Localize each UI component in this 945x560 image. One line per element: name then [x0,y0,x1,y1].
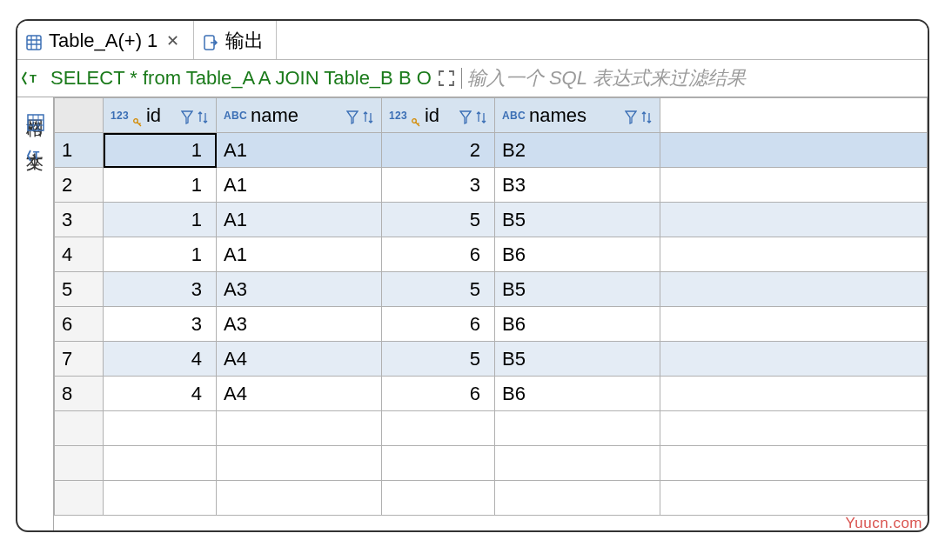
row-number[interactable]: 4 [55,237,104,272]
cell[interactable]: B5 [495,342,660,377]
sidebar-text-tab[interactable]: 文本 [23,137,47,141]
row-number[interactable]: 2 [55,168,104,203]
cell[interactable]: 5 [382,203,495,237]
sort-icon[interactable] [475,108,487,123]
cell[interactable]: 5 [382,272,495,307]
cell[interactable]: B6 [495,307,660,342]
table-row[interactable]: 74A45B5 [55,342,928,377]
view-sidebar: 网格 文本 T [17,97,54,530]
content-area: 网格 文本 T [17,97,928,530]
key-icon [132,110,143,121]
spacer-header [660,98,928,133]
row-number[interactable]: 1 [55,133,104,168]
tab-output[interactable]: 输出 [194,21,277,59]
app-window: Table_A(+) 1 ✕ 输出 T SELECT * from Table_… [16,19,929,532]
cell[interactable]: B6 [495,377,660,411]
cell[interactable]: 1 [104,203,217,237]
table-row[interactable]: 11A12B2 [55,133,928,168]
row-number[interactable]: 7 [55,342,104,377]
tab-label: Table_A(+) 1 [49,30,158,52]
tab-result[interactable]: Table_A(+) 1 ✕ [17,21,194,59]
cell[interactable]: A3 [217,307,382,342]
column-header[interactable]: 123id [382,98,495,133]
divider [461,68,462,89]
svg-text:T: T [30,72,37,85]
cell[interactable]: A1 [217,133,382,168]
table-row[interactable]: 21A13B3 [55,168,928,203]
column-header[interactable]: 123id [104,98,217,133]
column-header[interactable]: ABCname [217,98,382,133]
text-type-icon: ABC [224,110,247,122]
spacer-cell [660,203,928,237]
column-name: names [529,104,621,127]
empty-row [55,481,928,516]
spacer-cell [660,377,928,411]
cell[interactable]: 1 [104,237,217,272]
key-icon [411,110,421,121]
spacer-cell [660,168,928,203]
column-name: id [425,104,456,127]
cell[interactable]: B3 [495,168,660,203]
cell[interactable]: 3 [382,168,495,203]
spacer-cell [660,133,928,168]
filter-icon[interactable] [459,108,472,123]
row-number[interactable]: 6 [55,307,104,342]
cell[interactable]: 5 [382,342,495,377]
sql-script-icon[interactable]: T [21,69,45,88]
cell[interactable]: 3 [104,307,217,342]
empty-row [55,411,928,446]
cell[interactable]: B2 [495,133,660,168]
filter-icon[interactable] [625,108,637,123]
cell[interactable]: 6 [382,237,495,272]
cell[interactable]: A1 [217,237,382,272]
row-number[interactable]: 5 [55,272,104,307]
sidebar-grid-tab[interactable]: 网格 [23,104,47,108]
cell[interactable]: 2 [382,133,495,168]
spacer-cell [660,307,928,342]
expand-icon[interactable] [437,69,456,88]
table-row[interactable]: 63A36B6 [55,307,928,342]
cell[interactable]: A1 [217,168,382,203]
close-icon[interactable]: ✕ [164,31,181,50]
row-number[interactable]: 3 [55,203,104,237]
table-row[interactable]: 41A16B6 [55,237,928,272]
table-icon [26,33,42,49]
sql-filter-input[interactable]: 输入一个 SQL 表达式来过滤结果 [467,65,746,91]
empty-row [55,446,928,481]
table-row[interactable]: 84A46B6 [55,377,928,411]
result-grid[interactable]: 123idABCname123idABCnames 11A12B221A13B3… [54,97,928,530]
cell[interactable]: A4 [217,377,382,411]
table-row[interactable]: 31A15B5 [55,203,928,237]
table-row[interactable]: 53A35B5 [55,272,928,307]
cell[interactable]: B6 [495,237,660,272]
cell[interactable]: 1 [104,168,217,203]
cell[interactable]: A4 [217,342,382,377]
row-number[interactable]: 8 [55,377,104,411]
column-name: id [146,104,178,127]
sort-icon[interactable] [640,108,653,123]
sort-icon[interactable] [197,108,209,123]
cell[interactable]: 3 [104,272,217,307]
cell[interactable]: B5 [495,203,660,237]
filter-icon[interactable] [346,108,359,123]
corner-cell[interactable] [55,98,104,133]
number-type-icon: 123 [111,110,129,122]
cell[interactable]: 6 [382,307,495,342]
cell[interactable]: 1 [104,133,217,168]
cell[interactable]: 4 [104,342,217,377]
cell[interactable]: 6 [382,377,495,411]
cell[interactable]: A3 [217,272,382,307]
filter-icon[interactable] [181,108,193,123]
text-type-icon: ABC [502,110,526,122]
column-header[interactable]: ABCnames [495,98,660,133]
sort-icon[interactable] [362,108,374,123]
svg-rect-7 [28,115,44,130]
cell[interactable]: 4 [104,377,217,411]
spacer-cell [660,342,928,377]
spacer-cell [660,272,928,307]
cell[interactable]: B5 [495,272,660,307]
grid-icon[interactable] [26,113,45,132]
sql-icon[interactable]: T [26,146,45,165]
cell[interactable]: A1 [217,203,382,237]
number-type-icon: 123 [389,110,407,122]
